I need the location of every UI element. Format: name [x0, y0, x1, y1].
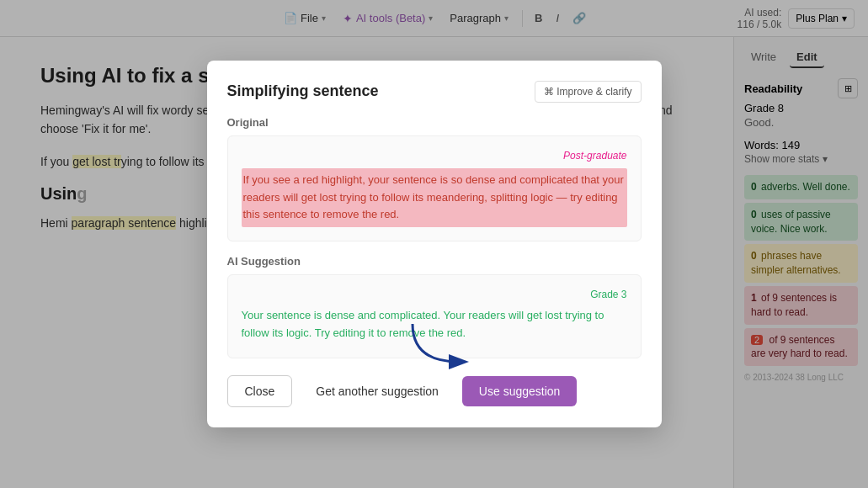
- modal-header: Simplifying sentence ⌘ Improve & clarify: [227, 81, 642, 103]
- improve-clarify-button[interactable]: ⌘ Improve & clarify: [535, 81, 642, 103]
- get-suggestion-button[interactable]: Get another suggestion: [302, 376, 452, 406]
- original-grade: Post-graduate: [242, 150, 627, 162]
- original-label: Original: [227, 116, 642, 129]
- modal-overlay: Simplifying sentence ⌘ Improve & clarify…: [0, 0, 868, 488]
- original-text: If you see a red highlight, your sentenc…: [242, 168, 627, 227]
- close-button[interactable]: Close: [227, 375, 293, 407]
- use-suggestion-button[interactable]: Use suggestion: [462, 376, 578, 406]
- arrow-graphic: [404, 320, 471, 370]
- modal: Simplifying sentence ⌘ Improve & clarify…: [207, 61, 662, 427]
- modal-title: Simplifying sentence: [227, 82, 379, 100]
- suggestion-label: AI Suggestion: [227, 255, 642, 268]
- modal-footer: Close Get another suggestion Use suggest…: [227, 375, 642, 407]
- suggestion-grade: Grade 3: [242, 289, 627, 300]
- original-box: Post-graduate If you see a red highlight…: [227, 135, 642, 241]
